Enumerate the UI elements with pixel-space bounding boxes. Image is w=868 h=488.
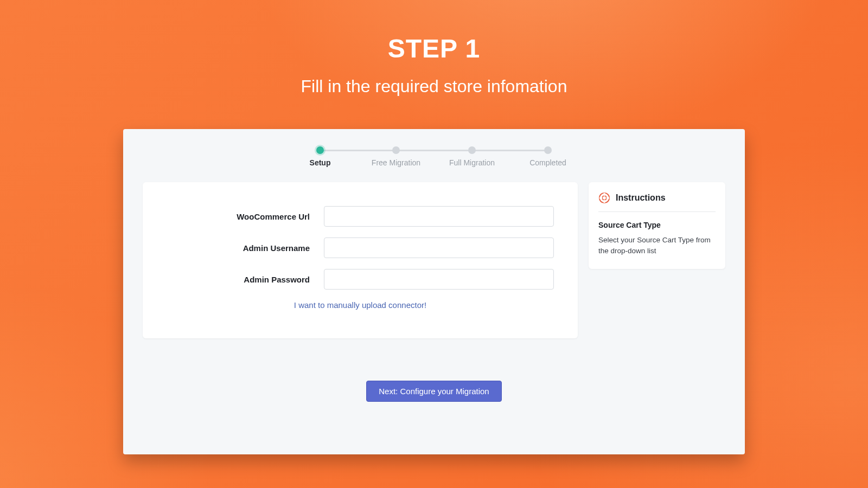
wizard-card: Setup Free Migration Full Migration Comp… (123, 129, 745, 454)
step-label: Setup (310, 158, 331, 167)
instructions-header: Instructions (598, 192, 716, 212)
manual-upload-link[interactable]: I want to manually upload connector! (294, 300, 426, 310)
step-label: Full Migration (449, 158, 495, 167)
url-label: WooCommerce Url (167, 212, 324, 221)
admin-password-input[interactable] (324, 269, 554, 290)
admin-username-input[interactable] (324, 237, 554, 258)
password-label: Admin Password (167, 275, 324, 284)
page-step-subtitle: Fill in the required store infomation (0, 76, 868, 97)
step-dot-icon (316, 146, 324, 154)
instructions-section-title: Source Cart Type (598, 221, 716, 229)
step-label: Free Migration (372, 158, 420, 167)
step-dot-icon (392, 146, 400, 154)
form-panel: WooCommerce Url Admin Username Admin Pas… (143, 182, 578, 338)
stepper-line (320, 150, 548, 151)
lifebuoy-icon (598, 192, 610, 204)
page-step-title: STEP 1 (0, 34, 868, 63)
svg-point-1 (602, 196, 607, 200)
instructions-title: Instructions (616, 193, 666, 203)
instructions-section-body: Select your Source Cart Type from the dr… (598, 235, 716, 257)
manual-upload-row: I want to manually upload connector! (167, 300, 554, 310)
stepper: Setup Free Migration Full Migration Comp… (282, 146, 586, 167)
step-dot-icon (544, 146, 552, 154)
instructions-body: Source Cart Type Select your Source Cart… (598, 221, 716, 257)
next-button[interactable]: Next: Configure your Migration (366, 381, 501, 402)
instructions-panel: Instructions Source Cart Type Select you… (589, 182, 725, 269)
next-button-row: Next: Configure your Migration (143, 381, 725, 402)
username-label: Admin Username (167, 243, 324, 253)
form-row-url: WooCommerce Url (167, 206, 554, 227)
woocommerce-url-input[interactable] (324, 206, 554, 227)
step-label: Completed (529, 158, 566, 167)
hero: STEP 1 Fill in the required store infoma… (0, 0, 868, 97)
form-row-username: Admin Username (167, 237, 554, 258)
step-dot-icon (468, 146, 476, 154)
form-row-password: Admin Password (167, 269, 554, 290)
content-row: WooCommerce Url Admin Username Admin Pas… (143, 182, 725, 338)
